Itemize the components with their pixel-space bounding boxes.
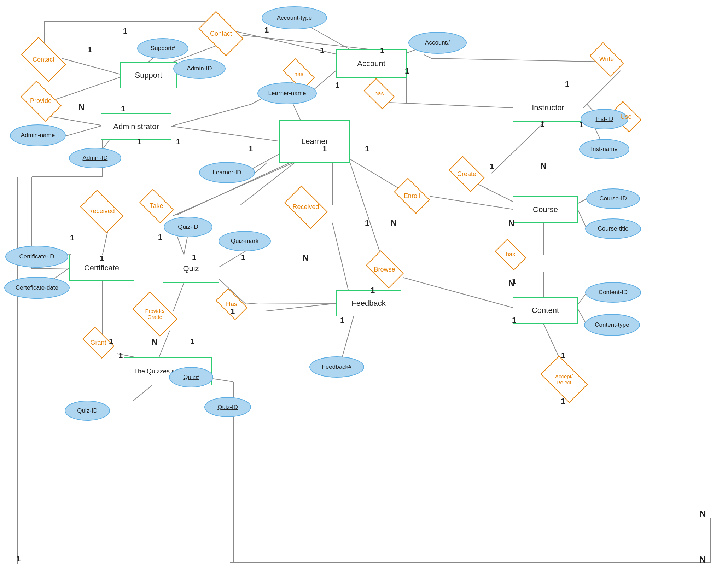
card-39: 1 bbox=[561, 397, 565, 406]
attr-support-num: Support# bbox=[137, 38, 188, 59]
card-35: 1 bbox=[340, 316, 344, 325]
svg-line-21 bbox=[65, 126, 103, 136]
attr-content-id: Content-ID bbox=[585, 282, 641, 303]
svg-line-12 bbox=[173, 104, 251, 126]
card-14: 1 bbox=[365, 144, 369, 153]
attr-certificate-date: Certeficate-date bbox=[4, 277, 70, 299]
attr-inst-name: Inst-name bbox=[579, 139, 629, 159]
svg-line-6 bbox=[389, 103, 513, 108]
attr-quiz-id-top: Quiz-ID bbox=[164, 217, 212, 237]
rel-received-cert: Received bbox=[80, 198, 123, 225]
svg-line-33 bbox=[431, 58, 608, 62]
rel-provide-grade: Provide/Grade bbox=[134, 300, 176, 328]
rel-accept-reject: Accept/Reject bbox=[541, 364, 587, 394]
card-1-grant: 1 bbox=[118, 351, 123, 360]
attr-quiz-mark: Quiz-mark bbox=[219, 231, 271, 251]
card-7: 1 bbox=[88, 45, 92, 54]
card-32: 1 bbox=[109, 337, 113, 346]
svg-line-27 bbox=[32, 268, 69, 269]
card-19: 1 bbox=[490, 162, 494, 171]
svg-line-56 bbox=[184, 237, 187, 255]
svg-line-38 bbox=[491, 122, 544, 173]
rel-contact-top: Contact bbox=[198, 19, 244, 48]
entity-feedback: Feedback bbox=[336, 290, 401, 316]
rel-create: Create bbox=[449, 162, 484, 186]
rel-write: Write bbox=[590, 48, 623, 71]
card-22: 1 bbox=[158, 233, 162, 242]
attr-quiz-id-bottom: Quiz-ID bbox=[65, 401, 110, 421]
rel-contact-left: Contact bbox=[21, 45, 66, 74]
attr-certificate-id: Certificate-ID bbox=[5, 246, 68, 268]
entity-account: Account bbox=[336, 49, 407, 78]
attr-admin-id-support: Admin-ID bbox=[173, 58, 226, 79]
card-18: N bbox=[540, 161, 546, 171]
card-12: 1 bbox=[249, 144, 253, 153]
svg-line-71 bbox=[210, 378, 233, 382]
attr-quiz-num: Quiz# bbox=[169, 367, 213, 387]
svg-line-53 bbox=[265, 303, 336, 311]
card-34: 1 bbox=[231, 307, 235, 316]
rel-received-quiz: Received bbox=[285, 194, 327, 220]
svg-line-23 bbox=[171, 126, 281, 141]
svg-line-66 bbox=[133, 385, 152, 401]
card-28: N bbox=[508, 218, 514, 228]
card-13: 1 bbox=[322, 144, 327, 153]
entity-quiz: Quiz bbox=[163, 255, 219, 283]
svg-line-15 bbox=[62, 58, 120, 74]
attr-account-num: Account# bbox=[408, 32, 467, 54]
svg-line-4 bbox=[311, 71, 336, 92]
card-16: 1 bbox=[579, 120, 583, 129]
card-17: 1 bbox=[540, 120, 544, 129]
attr-content-type: Content-type bbox=[584, 314, 640, 336]
card-11: 1 bbox=[176, 137, 180, 146]
attr-feedback-num: Feedback# bbox=[309, 356, 364, 378]
rel-enroll: Enroll bbox=[394, 184, 430, 208]
attr-admin-name: Admin-name bbox=[10, 124, 66, 146]
attr-admin-id-admin: Admin-ID bbox=[69, 148, 121, 168]
card-9: 1 bbox=[121, 104, 125, 113]
svg-line-16 bbox=[55, 76, 124, 100]
attr-course-title: Course-title bbox=[585, 218, 641, 239]
entity-instructor: Instructor bbox=[513, 94, 583, 122]
card-20: 1 bbox=[70, 233, 74, 243]
card-37: 1 bbox=[512, 316, 516, 325]
card-10: 1 bbox=[137, 137, 141, 146]
svg-line-34 bbox=[424, 55, 431, 58]
rel-take: Take bbox=[140, 194, 173, 217]
card-27: 1 bbox=[365, 218, 369, 228]
attr-account-type: Account-type bbox=[262, 6, 327, 29]
svg-line-32 bbox=[583, 71, 621, 108]
attr-learner-id: Learner-ID bbox=[199, 162, 255, 183]
card-25: N bbox=[302, 253, 308, 263]
rel-has-learner: has bbox=[283, 64, 315, 85]
entity-content: Content bbox=[513, 297, 578, 324]
card-26: N bbox=[391, 218, 397, 228]
attr-learner-name: Learner-name bbox=[257, 82, 317, 104]
svg-line-50 bbox=[332, 223, 348, 290]
rel-has-account: has bbox=[364, 83, 394, 104]
card-23: 1 bbox=[192, 253, 196, 262]
card-21: 1 bbox=[100, 254, 104, 263]
card-15: 1 bbox=[565, 80, 569, 89]
card-5: 1 bbox=[335, 81, 339, 90]
svg-line-42 bbox=[578, 199, 587, 203]
card-30: N bbox=[508, 279, 514, 288]
card-1-bottom: 1 bbox=[16, 554, 21, 564]
card-33: 1 bbox=[190, 337, 194, 346]
svg-line-69 bbox=[246, 303, 258, 304]
svg-line-52 bbox=[403, 278, 513, 308]
card-6: 1 bbox=[123, 27, 127, 36]
entity-course: Course bbox=[513, 196, 578, 223]
card-31: N bbox=[151, 337, 157, 347]
card-3: 1 bbox=[380, 46, 384, 55]
card-24: 1 bbox=[241, 253, 245, 262]
card-36: 1 bbox=[371, 286, 375, 295]
entity-support: Support bbox=[120, 62, 177, 88]
rel-browse: Browse bbox=[366, 257, 403, 281]
attr-course-id: Course-ID bbox=[586, 188, 640, 209]
entity-learner: Learner bbox=[279, 120, 350, 163]
card-2: 1 bbox=[320, 46, 324, 55]
attr-quiz-id-sub: Quiz-ID bbox=[204, 397, 251, 417]
svg-line-41 bbox=[430, 196, 513, 209]
svg-line-70 bbox=[258, 303, 336, 303]
